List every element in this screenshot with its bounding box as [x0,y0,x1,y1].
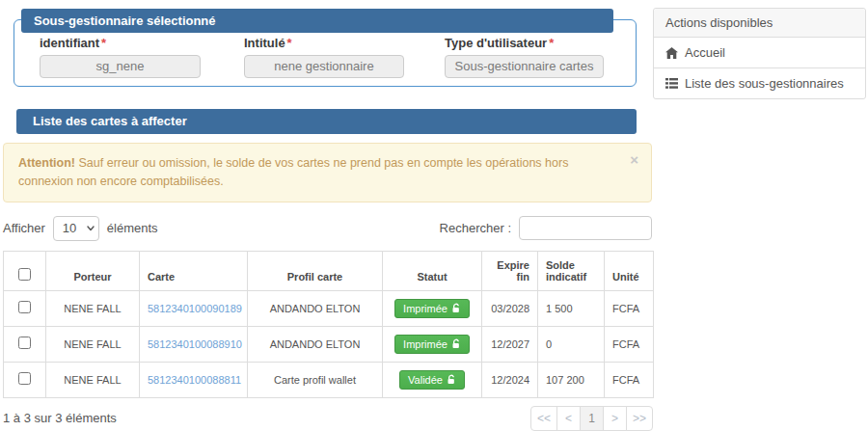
home-icon [665,47,678,59]
row-checkbox[interactable] [18,372,31,385]
sidebar-item-label: Liste des sous-gestionnaires [685,76,844,91]
sidebar-item-liste-sous-gestionnaires[interactable]: Liste des sous-gestionnaires [654,68,865,98]
cell-statut: Validée [383,362,482,397]
cell-expire: 12/2027 [482,326,538,362]
header-profil-carte[interactable]: Profil carte [248,251,383,290]
cell-statut: Imprimée [383,326,482,362]
page: Sous-gestionnaire sélectionné identifian… [0,0,868,431]
page-size-select[interactable]: 10 [53,216,99,241]
cell-statut: Imprimée [383,290,482,326]
table-row: NENE FALL 5812340100088910 ANDANDO ELTON… [4,326,654,362]
field-label: Intitulé* [244,36,404,50]
cell-solde: 107 200 [538,362,605,397]
pagination-page-1-button[interactable]: 1 [580,406,604,431]
table-header: Porteur Carte Profil carte Statut Expire… [4,251,654,290]
pagination-next-button[interactable]: > [603,406,627,431]
field-intitule: Intitulé* nene gestionnaire [244,36,404,78]
cell-porteur: NENE FALL [46,362,140,397]
sidebar-title: Actions disponibles [654,9,865,38]
sidebar-item-label: Accueil [685,45,725,60]
status-badge-label: Validée [408,374,443,386]
header-carte[interactable]: Carte [140,251,248,290]
pagination-first-button[interactable]: << [530,406,557,431]
cell-profil: Carte profil wallet [248,362,383,397]
warning-alert: Attention! Sauf erreur ou omission, le s… [3,143,652,202]
actions-sidebar: Actions disponibles Accueil Liste des so… [653,8,866,99]
field-label-text: identifiant [40,36,99,50]
header-expire-fin[interactable]: Expire fin [482,251,538,290]
cell-unite: FCFA [605,290,654,326]
type-utilisateur-value: Sous-gestionnaire cartes [445,55,604,78]
intitule-value: nene gestionnaire [244,55,404,78]
field-label: Type d'utilisateur* [445,36,604,50]
status-badge-label: Imprimée [403,303,448,314]
card-number-link[interactable]: 5812340100088910 [148,338,242,350]
sidebar-item-accueil[interactable]: Accueil [654,38,865,68]
cell-profil: ANDANDO ELTON [248,326,383,362]
table-row: NENE FALL 5812340100088811 Carte profil … [4,362,654,397]
cell-solde: 0 [538,326,605,362]
table-toolbar: Afficher 10 éléments Rechercher : [3,216,652,241]
list-icon [665,78,678,89]
cell-carte: 5812340100088811 [140,362,248,397]
cell-profil: ANDANDO ELTON [248,290,383,326]
unlock-icon [451,338,461,349]
cell-unite: FCFA [605,326,654,362]
field-type-utilisateur: Type d'utilisateur* Sous-gestionnaire ca… [445,36,604,78]
select-all-checkbox[interactable] [18,268,31,281]
selected-submanager-panel: Sous-gestionnaire sélectionné identifian… [14,19,637,87]
search-input[interactable] [519,216,652,240]
header-porteur[interactable]: Porteur [46,251,140,290]
card-number-link[interactable]: 5812340100088811 [148,374,241,386]
row-select-cell [4,362,46,397]
page-size-select-wrap: 10 [53,216,99,241]
alert-bold-text: Attention! [18,156,75,170]
row-checkbox[interactable] [18,301,31,313]
row-select-cell [4,326,46,362]
cell-unite: FCFA [605,362,654,397]
field-label: identifiant* [40,36,201,50]
search-control: Rechercher : [440,216,652,240]
search-label: Rechercher : [440,221,511,235]
cards-table: Porteur Carte Profil carte Statut Expire… [3,251,654,398]
cell-expire: 03/2028 [482,290,538,326]
page-length-control: Afficher 10 éléments [3,216,158,241]
pagination-last-button[interactable]: >> [626,406,653,431]
alert-text: Sauf erreur ou omission, le solde de vos… [18,156,568,188]
table-info: 1 à 3 sur 3 éléments [3,411,117,425]
cell-porteur: NENE FALL [46,326,140,362]
status-badge[interactable]: Imprimée [394,299,470,318]
row-select-cell [4,290,46,326]
header-statut[interactable]: Statut [383,251,482,290]
identifiant-value: sg_nene [40,55,201,78]
header-unite[interactable]: Unité [605,251,654,290]
cell-carte: 5812340100090189 [140,290,248,326]
pagination: << < 1 > >> [530,406,653,431]
section-title-cards-to-assign: Liste des cartes à affecter [16,109,637,134]
required-asterisk: * [287,36,292,50]
row-checkbox[interactable] [18,337,31,349]
field-identifiant: identifiant* sg_nene [40,36,201,78]
panel-title: Sous-gestionnaire sélectionné [21,9,613,33]
unlock-icon [447,374,456,385]
field-label-text: Type d'utilisateur [445,36,547,50]
table-row: NENE FALL 5812340100090189 ANDANDO ELTON… [4,290,654,326]
cell-expire: 12/2024 [482,362,538,397]
table-header-row: Porteur Carte Profil carte Statut Expire… [4,251,654,290]
select-all-header-cell [4,251,46,290]
status-badge[interactable]: Validée [399,370,465,390]
table-footer: 1 à 3 sur 3 éléments << < 1 > >> [3,406,653,431]
pagination-prev-button[interactable]: < [556,406,581,431]
close-icon[interactable]: × [630,152,638,167]
main-column: Sous-gestionnaire sélectionné identifian… [0,0,653,431]
field-label-text: Intitulé [244,36,285,50]
cell-solde: 1 500 [538,290,605,326]
card-number-link[interactable]: 5812340100090189 [148,303,242,314]
items-label: éléments [107,221,158,235]
required-asterisk: * [549,36,554,50]
required-asterisk: * [101,36,106,50]
status-badge[interactable]: Imprimée [394,335,470,354]
unlock-icon [451,303,461,313]
header-solde-indicatif[interactable]: Solde indicatif [538,251,605,290]
cell-carte: 5812340100088910 [140,326,248,362]
